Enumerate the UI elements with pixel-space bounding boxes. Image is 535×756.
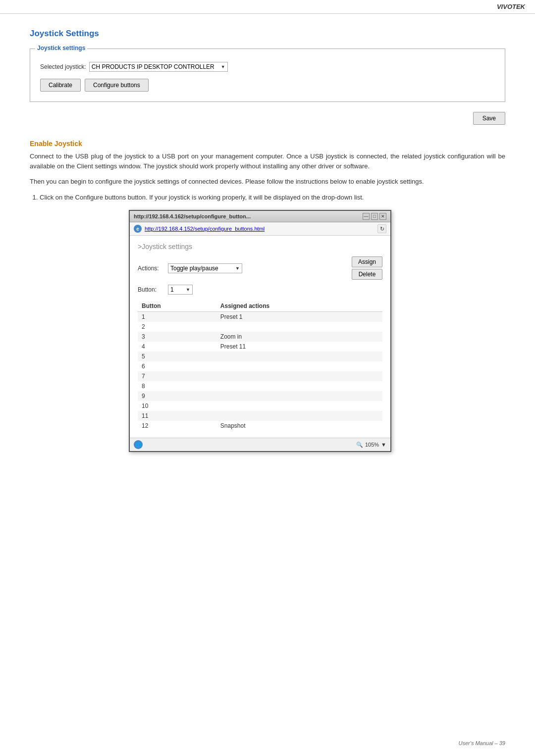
browser-icon: e xyxy=(134,225,142,233)
table-cell-button: 2 xyxy=(138,322,216,332)
button-select[interactable]: 1 xyxy=(168,285,193,295)
table-cell-button: 8 xyxy=(138,381,216,391)
table-cell-button: 10 xyxy=(138,401,216,411)
joystick-select-wrapper[interactable]: CH PRODUCTS IP DESKTOP CONTROLLER xyxy=(89,62,228,72)
table-cell-action: Preset 11 xyxy=(216,342,382,352)
button-label: Button: xyxy=(138,286,165,293)
table-header-row: Button Assigned actions xyxy=(138,301,382,312)
close-button[interactable]: ✕ xyxy=(379,213,386,220)
configure-buttons-button[interactable]: Configure buttons xyxy=(85,79,149,92)
table-row: 1Preset 1 xyxy=(138,312,382,322)
joystick-settings-box: Joystick settings Selected joystick: CH … xyxy=(30,49,505,102)
table-cell-button: 3 xyxy=(138,332,216,342)
brand-label: VIVOTEK xyxy=(497,3,525,10)
table-cell-action: Zoom in xyxy=(216,332,382,342)
table-cell-action: Preset 1 xyxy=(216,312,382,322)
table-cell-button: 6 xyxy=(138,361,216,371)
button-select-wrapper[interactable]: 1 xyxy=(168,285,193,295)
settings-box-title: Joystick settings xyxy=(35,45,87,51)
table-row: 6 xyxy=(138,361,382,371)
table-row: 4Preset 11 xyxy=(138,342,382,352)
table-cell-button: 5 xyxy=(138,352,216,361)
table-body: 1Preset 123Zoom in4Preset 1156789101112S… xyxy=(138,312,382,431)
enable-joystick-step1: Click on the Configure buttons button. I… xyxy=(40,193,505,202)
top-bar: VIVOTEK xyxy=(0,0,535,14)
button-actions-table: Button Assigned actions 1Preset 123Zoom … xyxy=(138,301,382,431)
refresh-button[interactable]: ↻ xyxy=(377,224,386,233)
main-content: Joystick Settings Joystick settings Sele… xyxy=(0,14,535,467)
enable-joystick-steps: Click on the Configure buttons button. I… xyxy=(40,193,505,202)
table-cell-action xyxy=(216,322,382,332)
maximize-button[interactable]: □ xyxy=(371,213,378,220)
calibrate-button[interactable]: Calibrate xyxy=(40,79,81,92)
table-row: 12Snapshot xyxy=(138,421,382,431)
enable-joystick-section: Enable Joystick Connect to the USB plug … xyxy=(30,140,505,202)
table-row: 7 xyxy=(138,371,382,381)
browser-bottombar: 🌐 🔍 105% ▼ xyxy=(130,438,390,451)
browser-body: >Joystick settings Actions: Toggle play/… xyxy=(130,236,390,438)
table-cell-action xyxy=(216,391,382,401)
table-cell-button: 9 xyxy=(138,391,216,401)
table-cell-button: 11 xyxy=(138,411,216,421)
delete-button[interactable]: Delete xyxy=(352,269,382,280)
globe-icon: 🌐 xyxy=(134,440,143,449)
browser-popup: http://192.168.4.162/setup/configure_but… xyxy=(129,210,391,452)
zoom-value: 105% xyxy=(365,442,379,448)
zoom-control: 🔍 105% ▼ xyxy=(356,442,386,448)
browser-titlebar-controls: — □ ✕ xyxy=(363,213,386,220)
save-button[interactable]: Save xyxy=(473,112,505,125)
popup-section-title: >Joystick settings xyxy=(138,243,382,251)
table-row: 3Zoom in xyxy=(138,332,382,342)
actions-select-wrapper[interactable]: Toggle play/pause xyxy=(168,263,242,273)
page-title: Joystick Settings xyxy=(30,29,505,39)
table-cell-button: 7 xyxy=(138,371,216,381)
table-cell-button: 12 xyxy=(138,421,216,431)
settings-buttons-row: Calibrate Configure buttons xyxy=(40,79,495,92)
footer: User's Manual – 39 xyxy=(459,740,505,746)
zoom-icon: 🔍 xyxy=(356,442,363,448)
table-row: 10 xyxy=(138,401,382,411)
browser-titlebar: http://192.168.4.162/setup/configure_but… xyxy=(130,211,390,222)
table-cell-button: 4 xyxy=(138,342,216,352)
table-row: 9 xyxy=(138,391,382,401)
minimize-button[interactable]: — xyxy=(363,213,370,220)
selected-joystick-row: Selected joystick: CH PRODUCTS IP DESKTO… xyxy=(40,62,495,72)
table-cell-action xyxy=(216,401,382,411)
selected-joystick-label: Selected joystick: xyxy=(40,63,86,70)
actions-label: Actions: xyxy=(138,265,165,272)
button-row: Button: 1 xyxy=(138,285,382,295)
enable-joystick-title: Enable Joystick xyxy=(30,140,505,148)
action-row: Actions: Toggle play/pause Assign Delete xyxy=(138,256,382,280)
table-cell-action xyxy=(216,352,382,361)
browser-titlebar-text: http://192.168.4.162/setup/configure_but… xyxy=(134,213,251,219)
table-cell-action xyxy=(216,381,382,391)
table-cell-action xyxy=(216,361,382,371)
table-row: 8 xyxy=(138,381,382,391)
enable-joystick-para1: Connect to the USB plug of the joystick … xyxy=(30,151,505,171)
table-row: 5 xyxy=(138,352,382,361)
assign-delete-col: Assign Delete xyxy=(352,256,382,280)
table-row: 2 xyxy=(138,322,382,332)
table-cell-action xyxy=(216,411,382,421)
table-header-button: Button xyxy=(138,301,216,312)
actions-select[interactable]: Toggle play/pause xyxy=(168,263,242,273)
table-row: 11 xyxy=(138,411,382,421)
zoom-dropdown-icon[interactable]: ▼ xyxy=(381,442,386,448)
table-cell-action: Snapshot xyxy=(216,421,382,431)
assign-button[interactable]: Assign xyxy=(352,256,382,267)
browser-addressbar: e http://192.168.4.152/setup/configure_b… xyxy=(130,222,390,236)
save-row: Save xyxy=(30,112,505,125)
address-bar-text[interactable]: http://192.168.4.152/setup/configure_but… xyxy=(145,226,265,232)
table-header-actions: Assigned actions xyxy=(216,301,382,312)
enable-joystick-para2: Then you can begin to configure the joys… xyxy=(30,177,505,187)
popup-section-title-text: >Joystick settings xyxy=(138,243,192,251)
table-cell-button: 1 xyxy=(138,312,216,322)
table-cell-action xyxy=(216,371,382,381)
joystick-select[interactable]: CH PRODUCTS IP DESKTOP CONTROLLER xyxy=(89,62,228,72)
footer-text: User's Manual – 39 xyxy=(459,740,505,746)
